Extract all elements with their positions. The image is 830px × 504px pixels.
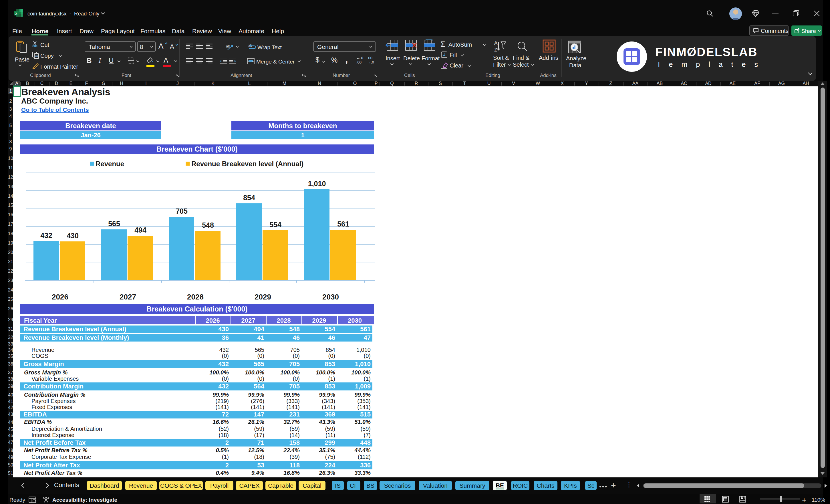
svg-text:ab: ab	[226, 44, 230, 48]
svg-text:Z: Z	[494, 47, 497, 53]
svg-text:x: x	[15, 11, 17, 15]
svg-text:A: A	[494, 40, 498, 46]
